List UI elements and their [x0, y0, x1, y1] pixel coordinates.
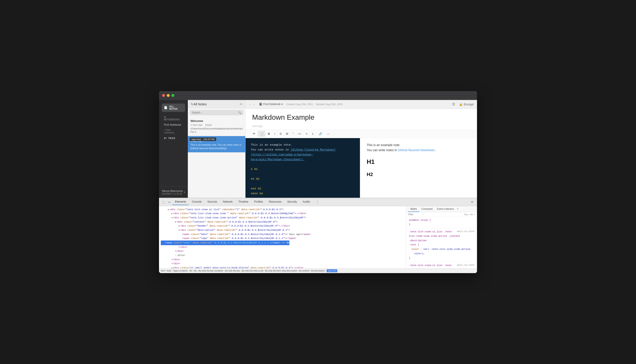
sidebar-item-tags[interactable]: 🏷 TAGS [162, 135, 185, 141]
sidebar-footer: Takuya Matsuyama 2016/08/17 11:22:38 ▾ [159, 187, 188, 198]
breadcrumb-description[interactable]: div.description [311, 270, 325, 272]
breadcrumb-span-text[interactable]: span.text [327, 269, 338, 272]
dom-line-13: </div> [161, 262, 404, 266]
breadcrumb-note-list-bar-container[interactable]: div.note-list-bar-container [199, 270, 223, 272]
format-bold-btn[interactable]: B [266, 131, 272, 136]
devtools-body: ▶ <div class="note-list-view ui list" ta… [159, 206, 477, 268]
format-ul-btn[interactable]: ≡ [304, 131, 309, 136]
editor-raw[interactable]: This is an example note. You can write n… [246, 138, 360, 198]
sidebar-item-first-notebook[interactable]: First Notebook [162, 122, 185, 128]
preview-h2: H2 [367, 170, 471, 178]
new-note-icon[interactable]: ✏ [240, 102, 243, 106]
format-heading-btn[interactable]: H [284, 131, 290, 136]
editor-title[interactable]: Markdown Example [252, 113, 470, 122]
devtools-device-icon[interactable]: ▭ [167, 199, 172, 204]
breadcrumb-div1[interactable]: div [189, 270, 192, 272]
breadcrumb-note-list-view[interactable]: div.note-list-view.ui.list [242, 270, 263, 272]
format-italic-btn[interactable]: I [273, 131, 277, 136]
note-item-active[interactable]: span.text 224.47×46 2 days ago This is a… [188, 136, 245, 152]
breadcrumb-note-list-bar[interactable]: div.note-list-bar [225, 270, 240, 272]
sidebar-item-all-notes[interactable]: 📄 ALL NOTES [162, 104, 185, 112]
notebook-dropdown-icon[interactable]: ▾ [281, 103, 283, 106]
search-input[interactable] [192, 111, 237, 114]
devtools-header: ⬚ ▭ Elements Console Sources Network Tim… [159, 198, 477, 206]
sidebar-new-notebook[interactable]: + New notebook... [162, 128, 185, 135]
add-rule-icon[interactable]: + [474, 213, 475, 216]
format-link-btn[interactable]: 🔗 [317, 131, 324, 136]
note-title-welcome: Welcome [191, 119, 243, 122]
devtools-tab-console[interactable]: Console [189, 199, 204, 205]
dom-line-10: </div> [161, 245, 404, 250]
breadcrumb-note-item-active[interactable]: div.note-list-item-view.item.active [265, 270, 297, 272]
styles-filter-input[interactable] [408, 213, 462, 216]
format-code-btn[interactable]: <> [296, 131, 303, 136]
notebook-icon: 📓 [259, 103, 262, 106]
format-ol-btn[interactable]: 1. [310, 131, 316, 136]
styles-filter: :hov .cls + [406, 212, 477, 217]
format-strikethrough-btn[interactable]: S [278, 131, 283, 136]
dom-line-11: </div> [161, 249, 404, 254]
devtools-tab-audits[interactable]: Audits [300, 199, 313, 205]
user-info: Takuya Matsuyama 2016/08/17 11:22:38 ▾ [162, 190, 185, 195]
devtools-tab-profiles[interactable]: Profiles [251, 199, 266, 205]
breadcrumb-html[interactable]: html [161, 270, 165, 272]
devtools-tab-network[interactable]: Network [220, 199, 235, 205]
maximize-button[interactable] [171, 94, 174, 97]
dom-line-9-selected[interactable]: … <span class="text" data-reactid=".0.0.… [161, 240, 404, 245]
devtools-tab-resources[interactable]: Resources [266, 199, 284, 205]
sidebar-all-notes-label: ALL NOTES [169, 105, 183, 110]
preview-link[interactable]: GitHub-flavored Markdown [398, 148, 435, 152]
encrypt-button[interactable]: 🔒 Encrypt [459, 103, 473, 106]
notebook-label: 📓 First Notebook ▾ [259, 103, 283, 106]
devtools-inspect-icon[interactable]: ⬚ [161, 199, 166, 204]
notes-panel: ⇅ All Notes ✏ 🔍 Welcome 2 days ago ![log… [188, 100, 246, 198]
devtools-styles: Styles Computed Event Listeners » :hov .… [406, 206, 477, 268]
minimize-button[interactable] [167, 94, 170, 97]
devtools-more-icon[interactable]: ⋮ [314, 199, 321, 204]
format-quote-btn[interactable]: " [291, 131, 295, 136]
styles-tab-event-listeners[interactable]: Event Listeners [435, 206, 456, 212]
trash-button[interactable]: 🗑 [452, 102, 455, 106]
tag-icon: 🏷 [164, 137, 167, 140]
nav-forward-button[interactable]: › [253, 102, 256, 106]
nav-back-button[interactable]: ‹ [249, 102, 252, 106]
cls-icon[interactable]: .cls [469, 213, 473, 216]
editor-actions: 🗑 🔒 Encrypt [452, 102, 473, 106]
sort-icon[interactable]: ⇅ [191, 102, 193, 106]
styles-more-icon[interactable]: » [456, 206, 459, 212]
preview-para2: You can write notes in GitHub-flavored M… [367, 148, 471, 153]
breadcrumb-div2[interactable]: div [194, 270, 197, 272]
traffic-lights [162, 94, 174, 97]
notes-icon: 📄 [164, 106, 168, 109]
user-timestamp: 2016/08/17 11:22:38 [162, 193, 183, 195]
styles-tab-computed[interactable]: Computed [419, 206, 435, 212]
styles-tab-styles[interactable]: Styles [408, 206, 419, 212]
devtools-tab-security[interactable]: Security [285, 199, 299, 205]
editor-title-area: Markdown Example [246, 109, 477, 124]
devtools-close-button[interactable]: ✕ [469, 199, 475, 204]
styles-tabs: Styles Computed Event Listeners » [406, 206, 477, 212]
editor-tags[interactable]: Add tags [246, 124, 477, 130]
close-button[interactable] [162, 94, 165, 97]
breadcrumb-content[interactable]: div.content [299, 270, 309, 272]
format-eye-btn[interactable]: 👁 [251, 131, 257, 136]
raw-line-3: (https://github.com/adam-p/markdown- [251, 152, 355, 157]
preview-para1: This is an example note. [367, 142, 471, 148]
user-dropdown-icon[interactable]: ▾ [184, 191, 185, 194]
raw-line-h1: # H1 [251, 167, 355, 172]
breadcrumb-app-container[interactable]: #app-container [173, 270, 188, 272]
sidebar: 📄 ALL NOTES ☰ NOTEBOOKS First Notebook +… [159, 100, 188, 198]
devtools-dom[interactable]: ▶ <div class="note-list-view ui list" ta… [159, 206, 406, 268]
devtools-tab-elements[interactable]: Elements [172, 199, 189, 205]
format-split-btn[interactable]: ⬜ [258, 131, 265, 136]
format-hr-btn[interactable]: — [325, 131, 331, 136]
devtools-tab-timeline[interactable]: Timeline [236, 199, 251, 205]
hover-icon[interactable]: :hov [464, 213, 468, 216]
note-item-welcome[interactable]: Welcome 2 days ago ![logo] (/Users/nora/… [188, 117, 245, 136]
raw-line-7 [251, 182, 355, 186]
notes-panel-title: All Notes [193, 102, 207, 106]
breadcrumb-body[interactable]: body [167, 270, 171, 272]
note-meta-welcome: 2 days ago ![logo] [191, 124, 243, 126]
devtools-tab-sources[interactable]: Sources [205, 199, 220, 205]
editor-toolbar-top: ‹ › 📓 First Notebook ▾ Created: Aug 15th… [246, 100, 477, 109]
